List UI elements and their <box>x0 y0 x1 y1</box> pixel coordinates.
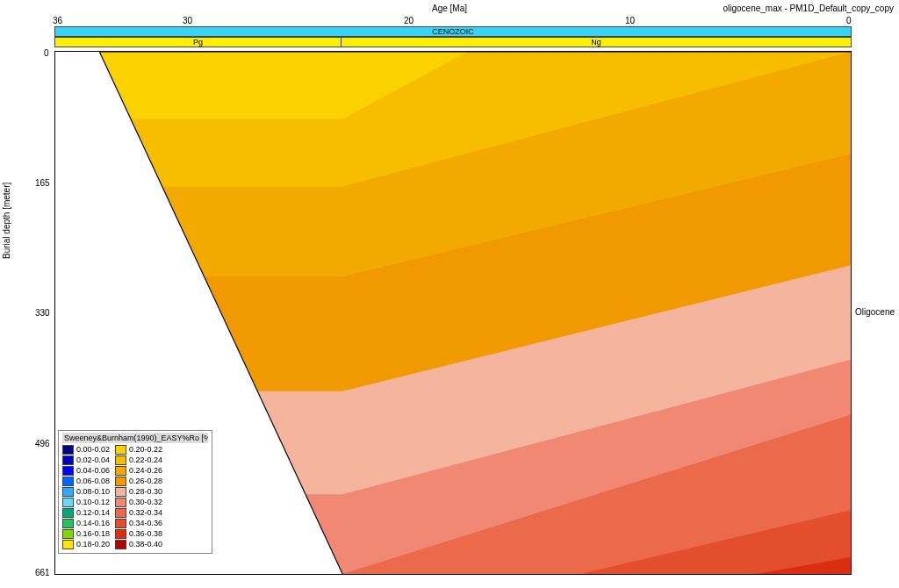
legend-label: 0.28-0.30 <box>129 487 162 497</box>
legend-label: 0.00-0.02 <box>76 445 110 455</box>
legend-entry: 0.28-0.30 <box>115 487 162 497</box>
x-axis-label: Age [Ma] <box>0 4 899 13</box>
y-tick: 496 <box>35 439 50 448</box>
y-tick: 661 <box>35 568 50 577</box>
legend-entry: 0.14-0.16 <box>62 519 110 528</box>
legend-entry: 0.02-0.04 <box>62 455 110 465</box>
legend-label: 0.06-0.08 <box>76 477 110 486</box>
legend-label: 0.16-0.18 <box>76 529 110 539</box>
legend-title: Sweeney&Burnham(1990)_EASY%Ro [%Ro] <box>62 433 208 443</box>
legend-label: 0.36-0.38 <box>129 529 162 539</box>
legend-swatch <box>62 455 74 465</box>
y-tick: 0 <box>44 48 49 58</box>
legend-label: 0.22-0.24 <box>129 455 162 465</box>
x-tick: 0 <box>846 16 852 25</box>
legend-label: 0.26-0.28 <box>129 477 162 486</box>
legend-swatch <box>115 455 126 465</box>
legend-swatch <box>62 498 74 507</box>
legend: Sweeney&Burnham(1990)_EASY%Ro [%Ro] 0.00… <box>58 430 212 554</box>
legend-label: 0.18-0.20 <box>76 540 110 549</box>
legend-label: 0.12-0.14 <box>76 508 110 518</box>
y-tick: 330 <box>35 308 50 318</box>
legend-swatch <box>115 498 126 507</box>
legend-swatch <box>115 445 126 455</box>
legend-label: 0.04-0.06 <box>76 466 110 476</box>
legend-swatch <box>62 487 74 497</box>
legend-entry: 0.12-0.14 <box>62 508 110 518</box>
legend-entry: 0.20-0.22 <box>115 445 162 455</box>
legend-label: 0.10-0.12 <box>76 498 110 507</box>
legend-label: 0.02-0.04 <box>76 455 110 465</box>
x-tick: 20 <box>404 16 414 25</box>
era-pg: Pg <box>55 38 342 47</box>
era-cenozoic: CENOZOIC <box>55 27 851 36</box>
era-ng: Ng <box>342 38 851 47</box>
era-bar-top: CENOZOIC <box>54 26 852 37</box>
legend-entry: 0.06-0.08 <box>62 477 110 486</box>
legend-entry: 0.24-0.26 <box>115 466 162 476</box>
legend-entry: 0.30-0.32 <box>115 498 162 507</box>
legend-col-2: 0.20-0.22 0.22-0.24 0.24-0.26 0.26-0.28 … <box>115 445 162 549</box>
legend-col-1: 0.00-0.02 0.02-0.04 0.04-0.06 0.06-0.08 … <box>62 445 110 549</box>
legend-swatch <box>62 519 74 528</box>
legend-entry: 0.00-0.02 <box>62 445 110 455</box>
legend-swatch <box>115 519 126 528</box>
legend-swatch <box>62 508 74 518</box>
era-bar-bottom: Pg Ng <box>54 37 852 47</box>
legend-swatch <box>115 540 126 549</box>
legend-entry: 0.04-0.06 <box>62 466 110 476</box>
legend-label: 0.34-0.36 <box>129 519 162 528</box>
burial-history-chart: oligocene_max - PM1D_Default_copy_copy A… <box>0 0 899 588</box>
legend-entry: 0.08-0.10 <box>62 487 110 497</box>
legend-label: 0.08-0.10 <box>76 487 110 497</box>
legend-entry: 0.22-0.24 <box>115 455 162 465</box>
legend-entry: 0.10-0.12 <box>62 498 110 507</box>
legend-entry: 0.32-0.34 <box>115 508 162 518</box>
legend-entry: 0.18-0.20 <box>62 540 110 549</box>
legend-swatch <box>62 445 74 455</box>
y-tick: 165 <box>35 178 50 188</box>
legend-entry: 0.38-0.40 <box>115 540 162 549</box>
legend-swatch <box>62 466 74 476</box>
legend-entry: 0.26-0.28 <box>115 477 162 486</box>
x-tick: 30 <box>183 16 192 25</box>
formation-label: Oligocene <box>855 307 895 317</box>
legend-swatch <box>115 508 126 518</box>
x-tick: 36 <box>53 16 62 25</box>
legend-swatch <box>62 540 74 549</box>
legend-swatch <box>115 487 126 497</box>
legend-swatch <box>62 529 74 539</box>
x-tick: 10 <box>625 16 635 25</box>
y-axis-label: Burial depth [meter] <box>2 183 11 259</box>
legend-label: 0.30-0.32 <box>129 498 162 507</box>
legend-swatch <box>115 529 126 539</box>
legend-entry: 0.36-0.38 <box>115 529 162 539</box>
legend-swatch <box>62 477 74 486</box>
legend-entry: 0.34-0.36 <box>115 519 162 528</box>
legend-entry: 0.16-0.18 <box>62 529 110 539</box>
legend-swatch <box>115 477 126 486</box>
legend-label: 0.14-0.16 <box>76 519 110 528</box>
legend-label: 0.38-0.40 <box>129 540 162 549</box>
legend-label: 0.24-0.26 <box>129 466 162 476</box>
legend-label: 0.20-0.22 <box>129 445 162 455</box>
legend-swatch <box>115 466 126 476</box>
legend-label: 0.32-0.34 <box>129 508 162 518</box>
